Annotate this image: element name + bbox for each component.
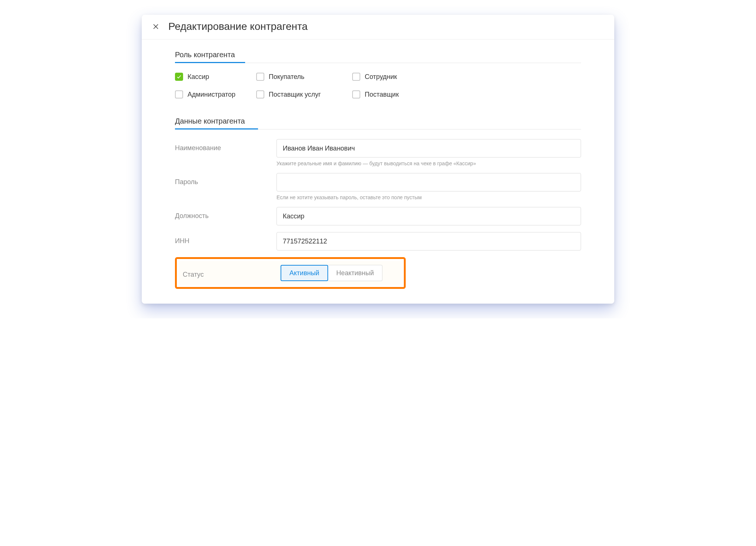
password-input[interactable] [276,173,581,191]
field-position: Должность [175,207,581,225]
field-hint: Укажите реальные имя и фамилию — будут в… [276,160,581,166]
edit-counterparty-dialog: Редактирование контрагента Роль контраге… [142,15,614,304]
name-input[interactable] [276,139,581,158]
status-inactive-button[interactable]: Неактивный [328,265,382,281]
dialog-title: Редактирование контрагента [168,21,307,32]
checkbox-icon [352,73,360,81]
field-label: ИНН [175,232,276,245]
role-label: Администратор [188,91,236,99]
inn-input[interactable] [276,232,581,250]
role-label: Кассир [188,73,209,81]
checkbox-icon [256,73,264,81]
checkbox-icon [352,90,360,99]
role-supplier[interactable]: Поставщик [352,90,433,99]
role-buyer[interactable]: Покупатель [256,73,348,81]
checkbox-icon [175,90,183,99]
role-admin[interactable]: Администратор [175,90,252,99]
roles-grid: Кассир Покупатель Сотрудник Администрато… [175,73,581,99]
dialog-body: Роль контрагента Кассир Покупатель Сотру… [142,39,614,304]
role-label: Поставщик услуг [269,91,321,99]
dialog-header: Редактирование контрагента [142,15,614,39]
role-label: Сотрудник [365,73,397,81]
role-label: Покупатель [269,73,305,81]
field-inn: ИНН [175,232,581,250]
close-button[interactable] [151,21,161,32]
status-toggle: Активный Неактивный [281,265,382,281]
checkbox-icon [256,90,264,99]
field-label: Наименование [175,139,276,152]
role-service-provider[interactable]: Поставщик услуг [256,90,348,99]
status-active-button[interactable]: Активный [281,265,328,281]
position-input[interactable] [276,207,581,225]
role-label: Поставщик [365,91,399,99]
section-title-data: Данные контрагента [175,117,581,129]
status-highlight: Статус Активный Неактивный [175,257,406,289]
role-employee[interactable]: Сотрудник [352,73,433,81]
field-status: Статус Активный Неактивный [179,261,402,285]
field-password: Пароль Если не хотите указывать пароль, … [175,173,581,200]
field-label: Должность [175,207,276,220]
section-title-role: Роль контрагента [175,51,581,63]
field-hint: Если не хотите указывать пароль, оставьт… [276,194,581,200]
close-icon [152,23,159,30]
field-name: Наименование Укажите реальные имя и фами… [175,139,581,166]
field-label: Статус [183,268,281,279]
role-cashier[interactable]: Кассир [175,73,252,81]
checkbox-icon [175,73,183,81]
field-label: Пароль [175,173,276,186]
